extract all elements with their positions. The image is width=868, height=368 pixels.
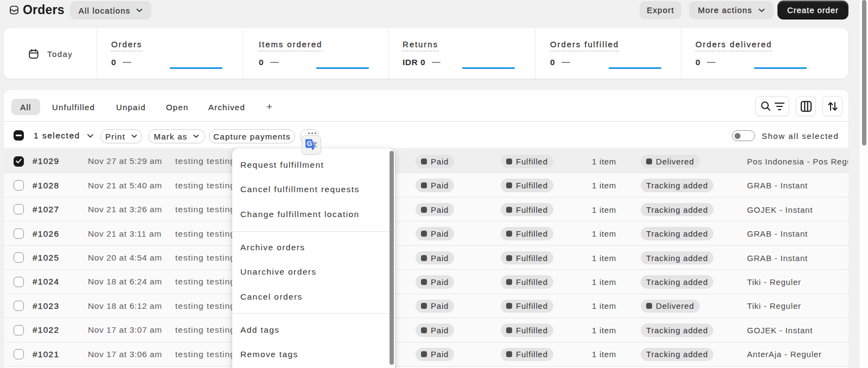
- svg-text:G: G: [307, 140, 312, 148]
